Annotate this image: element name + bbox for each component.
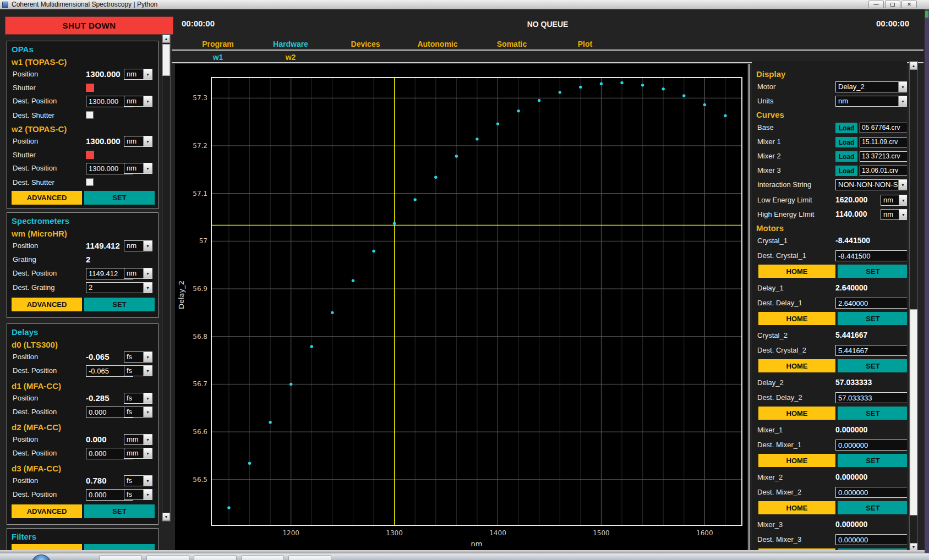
base-file-field[interactable]: 05 67764.crv [860,123,907,133]
crystal2-dest-input[interactable] [835,345,907,356]
low-energy-unit-select[interactable]: nm ▼ [881,195,907,206]
chevron-down-icon[interactable]: ▼ [143,268,152,278]
chevron-down-icon[interactable]: ▼ [143,448,152,458]
chevron-down-icon[interactable]: ▼ [898,82,907,92]
d2-dest-unit-select[interactable]: mm ▼ [124,448,152,459]
right-panel-scrollbar[interactable]: ▲ ▼ [909,61,918,552]
wm-position-unit-select[interactable]: nm ▼ [124,240,152,251]
chevron-down-icon[interactable]: ▼ [143,366,152,376]
mixer2-file-field[interactable]: 13 37213.crv [860,151,907,162]
chevron-down-icon[interactable]: ▼ [143,163,152,173]
delay1-set-button[interactable]: SET [838,312,907,325]
delay2-set-button[interactable]: SET [838,407,907,420]
tab-hardware[interactable]: Hardware [255,40,326,48]
crystal2-home-button[interactable]: HOME [758,359,835,372]
taskbar-button[interactable] [288,555,331,560]
taskbar-button[interactable] [241,555,284,560]
chevron-down-icon[interactable]: ▼ [898,180,907,190]
scroll-up-icon[interactable]: ▲ [162,35,170,43]
w1-dest-unit-select[interactable]: nm ▼ [124,96,152,107]
wm-dest-grating-select[interactable]: 2 ▼ [86,282,152,293]
chevron-down-icon[interactable]: ▼ [143,96,152,106]
tab-devices[interactable]: Devices [330,40,401,48]
mixer2-home-button[interactable]: HOME [758,501,835,514]
mixer3-file-field[interactable]: 13.06.01.crv [860,166,907,176]
mixer2-dest-input[interactable] [835,487,907,498]
wm-dest-unit-select[interactable]: nm ▼ [124,268,152,279]
minimize-button[interactable]: — [868,1,884,8]
mixer3-load-button[interactable]: Load [835,166,857,176]
tab-program[interactable]: Program [182,40,254,48]
chevron-down-icon[interactable]: ▼ [143,136,152,146]
mixer2-set-button[interactable]: SET [838,501,907,514]
chevron-down-icon[interactable]: ▼ [143,476,152,486]
chevron-down-icon[interactable]: ▼ [899,210,907,219]
crystal2-set-button[interactable]: SET [838,359,907,372]
d1-dest-unit-select[interactable]: fs ▼ [124,407,152,418]
d2-unit-select[interactable]: mm ▼ [124,434,152,445]
chevron-down-icon[interactable]: ▼ [143,490,152,499]
left-panel-scrollbar[interactable]: ▲ ▼ [162,34,171,521]
delay1-dest-input[interactable] [835,298,907,309]
d1-unit-select[interactable]: fs ▼ [124,393,152,404]
w2-position-unit-select[interactable]: nm ▼ [124,136,152,147]
scroll-up-icon[interactable]: ▲ [910,62,917,70]
chevron-down-icon[interactable]: ▼ [143,352,152,362]
maximize-button[interactable] [885,1,900,8]
d3-dest-unit-select[interactable]: fs ▼ [124,489,152,500]
d0-unit-select[interactable]: fs ▼ [124,352,152,363]
taskbar[interactable] [0,553,929,560]
chevron-down-icon[interactable]: ▼ [899,195,907,205]
interaction-string-select[interactable]: NON-NON-NON-S ▼ [835,179,907,190]
tab-somatic[interactable]: Somatic [476,40,548,48]
motor-select[interactable]: Delay_2 ▼ [835,81,907,92]
mixer3-dest-input[interactable] [835,534,907,545]
left-scrollbar-thumb[interactable] [162,44,170,76]
d0-dest-unit-select[interactable]: fs ▼ [124,365,152,376]
opas-advanced-button[interactable]: ADVANCED [12,191,82,205]
tab-autonomic[interactable]: Autonomic [402,40,473,48]
mixer1-load-button[interactable]: Load [835,137,857,147]
mixer1-set-button[interactable]: SET [838,454,907,467]
mixer1-file-field[interactable]: 15.11.09.crv [860,137,907,147]
delays-set-button[interactable]: SET [84,504,155,518]
taskbar-button[interactable] [194,555,237,560]
delays-advanced-button[interactable]: ADVANCED [12,504,82,518]
subtab-w2[interactable]: w2 [271,53,310,62]
w2-dest-unit-select[interactable]: nm ▼ [124,163,152,174]
delay2-dest-input[interactable] [835,392,907,403]
tab-plot[interactable]: Plot [549,40,621,48]
crystal1-home-button[interactable]: HOME [758,265,835,278]
chevron-down-icon[interactable]: ▼ [143,435,152,444]
mixer1-home-button[interactable]: HOME [758,454,835,467]
chevron-down-icon[interactable]: ▼ [143,393,152,403]
chevron-down-icon[interactable]: ▼ [898,96,907,106]
d3-unit-select[interactable]: fs ▼ [124,475,152,486]
right-scrollbar-thumb[interactable] [910,309,917,515]
close-button[interactable]: ✕ [901,1,917,8]
w1-dest-shutter-checkbox[interactable] [86,111,94,119]
chevron-down-icon[interactable]: ▼ [143,69,152,79]
units-select[interactable]: nm ▼ [835,96,907,107]
crystal1-set-button[interactable]: SET [838,265,907,278]
shutdown-button[interactable]: SHUT DOWN [5,17,173,35]
spectrometers-advanced-button[interactable]: ADVANCED [12,298,82,311]
high-energy-unit-select[interactable]: nm ▼ [881,209,907,220]
spectrometers-set-button[interactable]: SET [84,298,155,311]
crystal1-dest-input[interactable] [835,250,907,261]
chevron-down-icon[interactable]: ▼ [143,407,152,417]
subtab-w1[interactable]: w1 [199,53,237,62]
calibration-plot[interactable]: 1200130014001500160056.556.656.756.856.9… [175,64,747,550]
taskbar-button[interactable] [146,555,189,560]
w2-dest-shutter-checkbox[interactable] [86,178,94,186]
chevron-down-icon[interactable]: ▼ [143,283,152,293]
mixer1-dest-input[interactable] [835,440,907,451]
taskbar-button[interactable] [99,555,142,560]
w1-position-unit-select[interactable]: nm ▼ [124,69,152,80]
opas-set-button[interactable]: SET [84,191,155,205]
scroll-down-icon[interactable]: ▼ [162,513,170,521]
base-load-button[interactable]: Load [835,123,857,133]
delay1-home-button[interactable]: HOME [758,312,835,325]
chevron-down-icon[interactable]: ▼ [143,241,152,251]
delay2-home-button[interactable]: HOME [758,407,835,420]
